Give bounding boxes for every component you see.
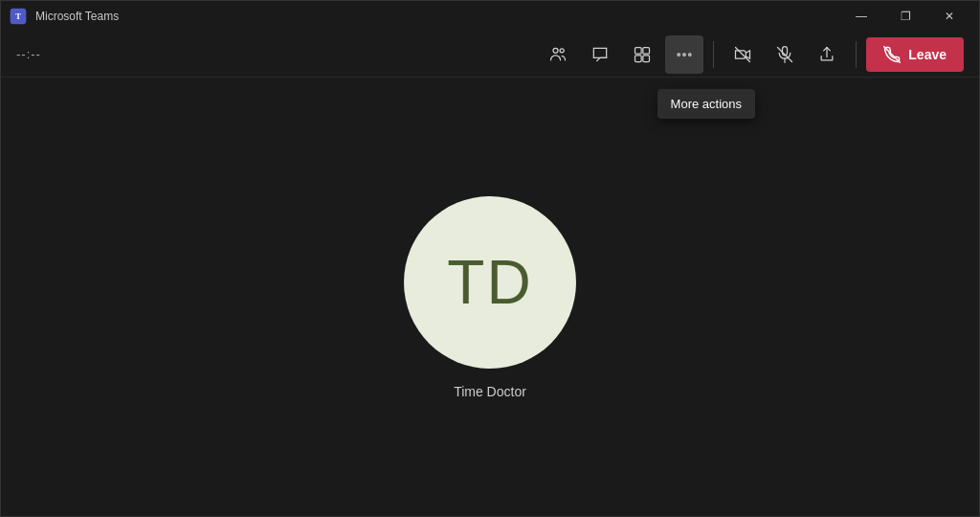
apps-icon	[633, 45, 652, 64]
share-button[interactable]	[808, 35, 846, 74]
participants-button[interactable]	[539, 35, 577, 74]
avatar: TD	[404, 196, 576, 369]
svg-rect-7	[643, 55, 650, 61]
leave-phone-icon	[883, 46, 901, 63]
avatar-initials: TD	[447, 247, 532, 318]
minimize-button[interactable]: —	[839, 1, 883, 32]
svg-line-11	[736, 47, 750, 61]
svg-point-3	[560, 48, 564, 52]
camera-button[interactable]	[724, 35, 762, 74]
more-icon	[675, 45, 694, 64]
svg-text:T: T	[15, 11, 21, 21]
svg-point-8	[678, 53, 680, 56]
maximize-button[interactable]: ❐	[883, 1, 927, 32]
teams-logo-icon: T	[9, 7, 28, 26]
participant-name: Time Doctor	[454, 384, 526, 399]
more-actions-popup: More actions	[657, 89, 755, 119]
svg-point-10	[689, 53, 692, 56]
leave-label: Leave	[908, 47, 947, 62]
call-toolbar: --:--	[1, 32, 979, 78]
participants-icon	[548, 45, 568, 64]
title-bar: T Microsoft Teams — ❐ ✕	[1, 1, 979, 32]
svg-rect-4	[635, 47, 642, 54]
mute-button[interactable]	[766, 35, 804, 74]
apps-button[interactable]	[623, 35, 661, 74]
close-button[interactable]: ✕	[927, 1, 971, 32]
toolbar-divider	[713, 41, 714, 68]
leave-button[interactable]: Leave	[866, 37, 964, 72]
svg-point-2	[553, 48, 558, 53]
camera-off-icon	[733, 45, 752, 64]
window-title: Microsoft Teams	[35, 10, 119, 23]
conversation-button[interactable]	[581, 35, 619, 74]
svg-rect-6	[635, 55, 642, 61]
call-area: More actions TD Time Doctor	[1, 78, 979, 517]
title-bar-controls: — ❐ ✕	[839, 1, 971, 32]
participant-container: TD Time Doctor	[404, 196, 576, 399]
mic-off-icon	[775, 45, 794, 64]
toolbar-right: Leave	[539, 35, 964, 74]
toolbar-left: --:--	[16, 47, 41, 61]
chat-icon	[590, 45, 610, 64]
title-bar-left: T Microsoft Teams	[9, 7, 119, 26]
more-actions-label: More actions	[671, 97, 742, 111]
more-actions-button[interactable]	[665, 35, 703, 74]
toolbar-divider-2	[856, 41, 857, 68]
share-icon	[817, 45, 836, 64]
svg-point-9	[683, 53, 686, 56]
svg-rect-5	[643, 47, 650, 54]
call-timer: --:--	[16, 47, 41, 61]
